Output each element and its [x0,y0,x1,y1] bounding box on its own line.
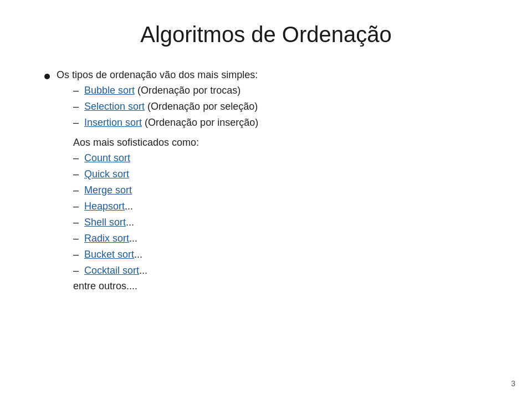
dash-icon: – [73,99,79,114]
list-item: – Shell sort... [73,215,258,230]
list-item: – Selection sort (Ordenação por seleção) [73,99,258,114]
dash-icon: – [73,231,79,246]
dash-icon: – [73,247,79,262]
shell-sort-suffix: ... [126,215,134,230]
slide: Algoritmos de Ordenação Os tipos de orde… [0,0,532,399]
quick-sort-link[interactable]: Quick sort [84,167,129,182]
slide-content: Os tipos de ordenação vão dos mais simpl… [33,69,499,292]
selection-sort-link[interactable]: Selection sort [84,101,145,112]
list-item: – Radix sort... [73,231,258,246]
dash-icon: – [73,83,79,98]
dash-icon: – [73,215,79,230]
dash-icon: – [73,199,79,214]
heapsort-link[interactable]: Heapsort [84,199,125,214]
bucket-sort-suffix: ... [134,247,142,262]
dash-icon: – [73,115,79,130]
radix-sort-suffix: ... [129,231,137,246]
simple-sort-item-3: Insertion sort (Ordenação por inserção) [84,115,258,130]
shell-sort-link[interactable]: Shell sort [84,215,126,230]
bubble-sort-link[interactable]: Bubble sort [84,85,135,96]
radix-sort-link[interactable]: Radix sort [84,231,129,246]
simple-sorts-list: – Bubble sort (Ordenação por trocas) – S… [57,83,258,130]
simple-sort-item-2: Selection sort (Ordenação por seleção) [84,99,258,114]
merge-sort-link[interactable]: Merge sort [84,183,132,198]
dash-icon: – [73,151,79,166]
entre-outros-text: entre outros.... [57,280,258,292]
main-bullet-label: Os tipos de ordenação vão dos mais simpl… [57,69,258,80]
dash-icon: – [73,183,79,198]
dash-icon: – [73,263,79,278]
bucket-sort-link[interactable]: Bucket sort [84,247,134,262]
main-bullet-text: Os tipos de ordenação vão dos mais simpl… [57,69,258,292]
list-item: – Bucket sort... [73,247,258,262]
dash-icon: – [73,167,79,182]
bullet-dot [44,74,50,79]
list-item: – Merge sort [73,183,258,198]
list-item: – Insertion sort (Ordenação por inserção… [73,115,258,130]
heapsort-suffix: ... [125,199,133,214]
cocktail-sort-suffix: ... [139,263,147,278]
insertion-sort-desc: (Ordenação por inserção) [142,117,258,128]
slide-title: Algoritmos de Ordenação [33,22,499,47]
list-item: – Quick sort [73,167,258,182]
page-number: 3 [511,379,515,388]
cocktail-sort-link[interactable]: Cocktail sort [84,263,139,278]
selection-sort-desc: (Ordenação por seleção) [145,101,258,112]
list-item: – Bubble sort (Ordenação por trocas) [73,83,258,98]
advanced-label: Aos mais sofisticados como: [57,137,258,149]
simple-sort-item-1: Bubble sort (Ordenação por trocas) [84,83,241,98]
list-item: – Count sort [73,151,258,166]
list-item: – Heapsort... [73,199,258,214]
count-sort-link[interactable]: Count sort [84,151,130,166]
insertion-sort-link[interactable]: Insertion sort [84,117,142,128]
advanced-sorts-list: – Count sort – Quick sort – Merge sort –… [57,151,258,278]
list-item: – Cocktail sort... [73,263,258,278]
main-bullet: Os tipos de ordenação vão dos mais simpl… [44,69,499,292]
bubble-sort-desc: (Ordenação por trocas) [135,85,241,96]
